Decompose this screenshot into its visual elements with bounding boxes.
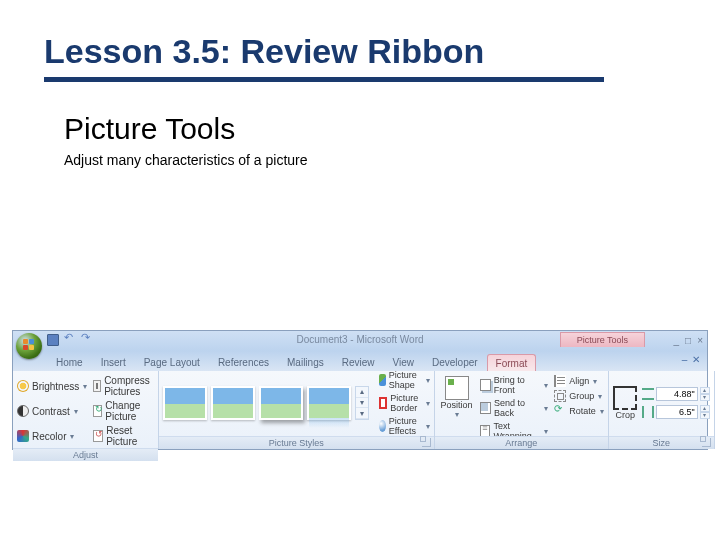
bring-to-front-icon — [480, 379, 491, 391]
compress-label: Compress Pictures — [104, 375, 154, 397]
word-ribbon: Document3 - Microsoft Word Picture Tools… — [12, 330, 708, 450]
position-button[interactable]: Position ▾ — [439, 374, 474, 432]
group-adjust-label: Adjust — [13, 448, 158, 461]
position-icon — [445, 376, 469, 400]
contrast-icon — [17, 405, 29, 417]
slide-description: Adjust many characteristics of a picture — [64, 152, 676, 168]
send-to-back-button[interactable]: Send to Back▾ — [480, 397, 548, 419]
change-picture-icon — [93, 405, 102, 417]
picture-styles-dialog-launcher[interactable] — [422, 438, 431, 447]
compress-pictures-button[interactable]: Compress Pictures — [93, 374, 154, 398]
ribbon-groups: Brightness▾ Compress Pictures Contrast▾ … — [13, 371, 707, 449]
picture-effects-icon — [379, 420, 386, 432]
contextual-tab-label: Picture Tools — [560, 332, 645, 347]
group-arrange-label: Arrange — [435, 436, 608, 449]
brightness-label: Brightness — [32, 381, 79, 392]
send-to-back-label: Send to Back — [494, 398, 540, 418]
picture-border-label: Picture Border — [390, 393, 422, 413]
recolor-label: Recolor — [32, 431, 66, 442]
tab-developer[interactable]: Developer — [423, 353, 487, 371]
ribbon-help-controls[interactable]: – ✕ — [682, 354, 701, 365]
title-underline — [44, 77, 604, 82]
crop-button[interactable]: Crop — [613, 386, 638, 420]
recolor-button[interactable]: Recolor▾ — [17, 424, 87, 448]
width-input[interactable] — [656, 405, 698, 419]
slide-subtitle: Picture Tools — [64, 112, 676, 146]
contrast-button[interactable]: Contrast▾ — [17, 399, 87, 423]
change-picture-label: Change Picture — [105, 400, 154, 422]
tab-home[interactable]: Home — [47, 353, 92, 371]
compress-icon — [93, 380, 101, 392]
close-button[interactable]: × — [697, 335, 703, 346]
width-icon — [642, 406, 654, 418]
picture-shape-button[interactable]: Picture Shape▾ — [379, 369, 430, 391]
picture-styles-gallery[interactable]: ▴ ▾ ▾ — [163, 386, 369, 420]
brightness-button[interactable]: Brightness▾ — [17, 374, 87, 398]
ribbon-tabs: Home Insert Page Layout References Maili… — [13, 351, 707, 371]
maximize-button[interactable]: □ — [685, 335, 691, 346]
group-arrange: Position ▾ Bring to Front▾ Send to Back▾… — [435, 371, 609, 449]
reset-picture-label: Reset Picture — [106, 425, 154, 447]
office-button[interactable] — [16, 333, 42, 359]
rotate-button[interactable]: Rotate▾ — [554, 404, 604, 418]
tab-references[interactable]: References — [209, 353, 278, 371]
picture-shape-label: Picture Shape — [389, 370, 422, 390]
rotate-label: Rotate — [569, 406, 596, 416]
group-adjust: Brightness▾ Compress Pictures Contrast▾ … — [13, 371, 159, 449]
picture-effects-label: Picture Effects — [389, 416, 422, 436]
gallery-down-icon: ▾ — [356, 398, 368, 409]
crop-icon — [613, 386, 637, 410]
reset-picture-icon — [93, 430, 103, 442]
style-thumb[interactable] — [307, 386, 351, 420]
width-field[interactable]: ▴▾ — [642, 405, 710, 419]
gallery-expand-icon: ▾ — [356, 408, 368, 419]
group-button[interactable]: Group▾ — [554, 389, 604, 403]
group-picture-styles-label: Picture Styles — [159, 436, 434, 449]
picture-effects-button[interactable]: Picture Effects▾ — [379, 415, 430, 437]
group-icon — [554, 390, 566, 402]
reset-picture-button[interactable]: Reset Picture — [93, 424, 154, 448]
style-thumb[interactable] — [163, 386, 207, 420]
height-input[interactable] — [656, 387, 698, 401]
size-dialog-launcher[interactable] — [702, 438, 711, 447]
position-label: Position — [441, 401, 473, 410]
height-field[interactable]: ▴▾ — [642, 387, 710, 401]
tab-page-layout[interactable]: Page Layout — [135, 353, 209, 371]
picture-border-button[interactable]: Picture Border▾ — [379, 392, 430, 414]
align-icon — [554, 375, 566, 387]
rotate-icon — [554, 405, 566, 417]
group-size: Crop ▴▾ ▴▾ Size — [609, 371, 715, 449]
brightness-icon — [17, 380, 29, 392]
align-button[interactable]: Align▾ — [554, 374, 604, 388]
height-icon — [642, 388, 654, 400]
bring-to-front-button[interactable]: Bring to Front▾ — [480, 374, 548, 396]
tab-format[interactable]: Format — [487, 354, 537, 371]
recolor-icon — [17, 430, 29, 442]
group-size-label: Size — [609, 436, 714, 449]
bring-to-front-label: Bring to Front — [494, 375, 540, 395]
gallery-up-icon: ▴ — [356, 387, 368, 398]
minimize-button[interactable]: _ — [674, 335, 680, 346]
align-label: Align — [569, 376, 589, 386]
group-picture-styles: ▴ ▾ ▾ Picture Shape▾ Picture Border▾ — [159, 371, 435, 449]
title-bar: Document3 - Microsoft Word Picture Tools… — [13, 331, 707, 351]
tab-mailings[interactable]: Mailings — [278, 353, 333, 371]
slide-title: Lesson 3.5: Review Ribbon — [44, 32, 676, 71]
gallery-more-button[interactable]: ▴ ▾ ▾ — [355, 386, 369, 420]
picture-shape-icon — [379, 374, 386, 386]
crop-label: Crop — [615, 411, 635, 420]
group-btn-label: Group — [569, 391, 594, 401]
style-thumb[interactable] — [211, 386, 255, 420]
height-spinner[interactable]: ▴▾ — [700, 387, 710, 401]
send-to-back-icon — [480, 402, 491, 414]
tab-review[interactable]: Review — [333, 353, 384, 371]
width-spinner[interactable]: ▴▾ — [700, 405, 710, 419]
tab-insert[interactable]: Insert — [92, 353, 135, 371]
style-thumb[interactable] — [259, 386, 303, 420]
picture-border-icon — [379, 397, 387, 409]
change-picture-button[interactable]: Change Picture — [93, 399, 154, 423]
window-controls: _ □ × — [674, 335, 703, 346]
contrast-label: Contrast — [32, 406, 70, 417]
